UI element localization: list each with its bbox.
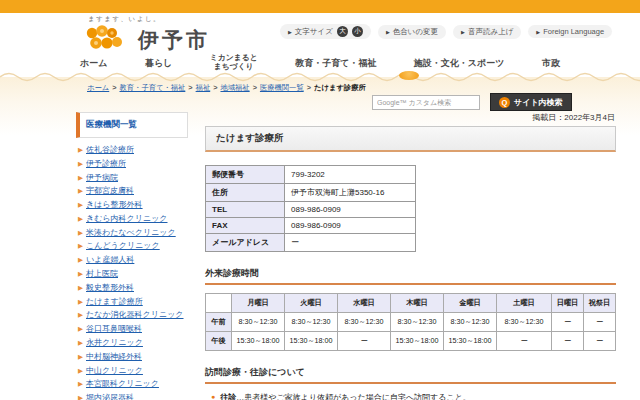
- sidebar-link[interactable]: 中村脳神経外科: [86, 352, 142, 361]
- sidebar-link[interactable]: たけます診療所: [86, 297, 143, 306]
- sidebar-list-item: ▶本宮眼科クリニック: [78, 379, 188, 388]
- nav-item-label: ホーム: [80, 58, 107, 68]
- sidebar-list-item: ▶いよ産婦人科: [78, 255, 188, 264]
- utility-item-1[interactable]: ▶色合いの変更: [378, 25, 446, 39]
- search-button[interactable]: Q サイト内検索: [490, 93, 572, 111]
- info-value: 伊予市双海町上灘5350-16: [285, 184, 416, 202]
- sidebar-list-item: ▶伊予診療所: [78, 159, 188, 168]
- search-input[interactable]: [372, 95, 480, 110]
- font-size-button-小[interactable]: 小: [352, 26, 363, 37]
- info-label: FAX: [206, 218, 285, 234]
- sidebar-list-item: ▶谷口耳鼻咽喉科: [78, 324, 188, 333]
- breadcrumb-separator-icon: >: [253, 83, 257, 92]
- sidebar-link[interactable]: たなか消化器科クリニック: [86, 310, 184, 319]
- hours-corner-cell: [206, 294, 232, 313]
- breadcrumb-link[interactable]: 地域福祉: [220, 83, 249, 92]
- sidebar-list-item: ▶たけます診療所: [78, 297, 188, 306]
- arrow-bullet-icon: ▶: [78, 229, 83, 237]
- info-value: ー: [285, 234, 416, 252]
- page-title: たけます診療所: [205, 126, 616, 152]
- sidebar-list-item: ▶たなか消化器科クリニック: [78, 310, 188, 319]
- font-size-button-大[interactable]: 大: [337, 26, 348, 37]
- utility-bar: ▶文字サイズ大小▶色合いの変更▶音声読み上げ▶Foreign Language: [280, 24, 612, 39]
- info-label: 住所: [206, 184, 285, 202]
- hours-cell: ー: [552, 313, 584, 332]
- arrow-bullet-icon: ▶: [78, 284, 83, 292]
- hours-day-header: 祝祭日: [584, 294, 616, 313]
- nav-item-shisei[interactable]: 市政: [542, 58, 560, 68]
- sidebar-link[interactable]: 宇都宮皮膚科: [86, 186, 134, 195]
- sidebar-link[interactable]: いよ産婦人科: [86, 255, 134, 264]
- visit-heading: 訪問診療・往診について: [205, 366, 616, 384]
- arrow-bullet-icon: ▶: [78, 215, 83, 223]
- nav-item-kyoiku-kosodate-fukushi[interactable]: 教育・子育て・福祉: [295, 58, 376, 68]
- info-row: TEL089-986-0909: [206, 202, 416, 218]
- utility-item-2[interactable]: ▶音声読み上げ: [453, 25, 521, 39]
- sidebar-list-item: ▶宇都宮皮膚科: [78, 186, 188, 195]
- sidebar-link[interactable]: 佐礼谷診療所: [86, 145, 134, 154]
- sidebar-link[interactable]: 永井クリニック: [86, 338, 143, 347]
- breadcrumb: ホーム>教育・子育て・福祉>福祉>地域福祉>医療機関一覧>たけます診療所: [86, 83, 366, 93]
- sidebar-list-item: ▶中山クリニック: [78, 366, 188, 375]
- sidebar-list-item: ▶伊予病院: [78, 173, 188, 182]
- sidebar-link[interactable]: 谷口耳鼻咽喉科: [86, 324, 142, 333]
- site-logo[interactable]: ますます、いよし。 伊予市: [86, 15, 210, 55]
- site-tagline: ますます、いよし。: [88, 15, 210, 24]
- sidebar-link[interactable]: 中山クリニック: [86, 366, 143, 375]
- utility-item-3[interactable]: ▶Foreign Language: [528, 25, 612, 38]
- info-row: 住所伊予市双海町上灘5350-16: [206, 184, 416, 202]
- wave-divider: [0, 70, 640, 82]
- info-value: 799-3202: [285, 166, 416, 184]
- active-nav-indicator: [399, 71, 419, 80]
- sidebar-link[interactable]: 伊予診療所: [86, 159, 126, 168]
- breadcrumb-separator-icon: >: [188, 83, 192, 92]
- nav-item-shisetsu-bunka-sports[interactable]: 施設・文化・スポーツ: [414, 58, 505, 68]
- bullet-icon: ●: [211, 393, 215, 400]
- arrow-bullet-icon: ▶: [78, 146, 83, 154]
- arrow-bullet-icon: ▶: [78, 270, 83, 278]
- arrow-icon: ▶: [386, 29, 390, 35]
- utility-label: Foreign Language: [543, 27, 604, 36]
- hours-day-header: 木曜日: [391, 294, 444, 313]
- breadcrumb-link[interactable]: 福祉: [196, 83, 211, 92]
- hours-cell: ー: [338, 332, 391, 351]
- decorative-mandarin-band: [0, 0, 640, 13]
- arrow-bullet-icon: ▶: [78, 201, 83, 209]
- sidebar-list-item: ▶きはら整形外科: [78, 200, 188, 209]
- arrow-bullet-icon: ▶: [78, 339, 83, 347]
- sidebar-list-item: ▶毅史整形外科: [78, 283, 188, 292]
- sidebar-link[interactable]: 堀内泌尿器科: [86, 393, 134, 400]
- sidebar-link[interactable]: こんどうクリニック: [86, 241, 160, 250]
- hours-heading: 外来診療時間: [205, 267, 616, 285]
- sidebar-link[interactable]: 伊予病院: [86, 173, 118, 182]
- breadcrumb-link[interactable]: 教育・子育て・福祉: [120, 83, 186, 92]
- hours-cell: 8:30～12:30: [497, 313, 552, 332]
- hours-cell: 8:30～12:30: [391, 313, 444, 332]
- sidebar-link[interactable]: 本宮眼科クリニック: [86, 379, 159, 388]
- breadcrumb-link[interactable]: ホーム: [87, 83, 109, 92]
- hours-row-label: 午前: [206, 313, 232, 332]
- visit-note-term: 往診: [220, 393, 236, 400]
- utility-item-0[interactable]: ▶文字サイズ大小: [280, 24, 371, 39]
- published-date: 掲載日：2022年3月4日: [205, 112, 615, 123]
- nav-item-kurashi[interactable]: 暮らし: [145, 58, 172, 68]
- arrow-bullet-icon: ▶: [78, 380, 83, 388]
- sidebar-link[interactable]: 毅史整形外科: [86, 283, 134, 292]
- sidebar-link[interactable]: きはら整形外科: [86, 200, 143, 209]
- sidebar-link[interactable]: きむら内科クリニック: [86, 214, 168, 223]
- hours-header-row: 月曜日火曜日水曜日木曜日金曜日土曜日日曜日祝祭日: [206, 294, 616, 313]
- sidebar-link[interactable]: 米湊わたなべクリニック: [86, 228, 176, 237]
- nav-item-label: 施設・文化・スポーツ: [414, 58, 505, 68]
- search-icon: Q: [499, 97, 510, 108]
- info-label: メールアドレス: [206, 234, 285, 252]
- hours-row: 午後15:30～18:0015:30～18:00ー15:30～18:0015:3…: [206, 332, 616, 351]
- sidebar-link[interactable]: 村上医院: [86, 269, 118, 278]
- info-label: 郵便番号: [206, 166, 285, 184]
- nav-item-home[interactable]: ホーム: [80, 58, 107, 68]
- breadcrumb-link[interactable]: 医療機関一覧: [260, 83, 304, 92]
- arrow-bullet-icon: ▶: [78, 325, 83, 333]
- hours-day-header: 金曜日: [444, 294, 497, 313]
- arrow-bullet-icon: ▶: [78, 174, 83, 182]
- sidebar-list-item: ▶村上医院: [78, 269, 188, 278]
- nav-item-label: 教育・子育て・福祉: [295, 58, 376, 68]
